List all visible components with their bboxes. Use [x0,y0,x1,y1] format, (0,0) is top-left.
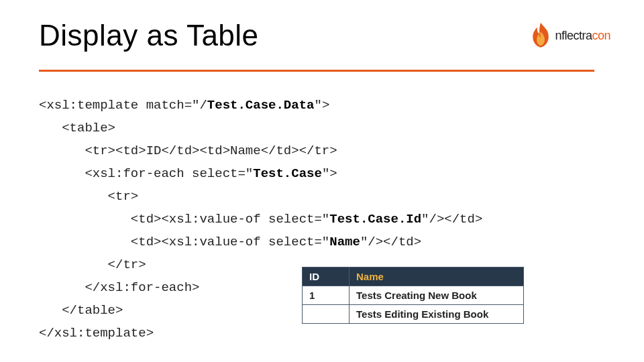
flame-icon [529,21,552,50]
brand-logo: nflectracon [529,21,610,50]
brand-text-dark: nflectra [555,29,592,42]
output-table: ID Name 1 Tests Creating New Book Tests … [302,267,524,324]
table-cell-name: Tests Editing Existing Book [350,305,524,324]
title-underline [39,70,594,72]
brand-text: nflectracon [555,29,610,43]
table-cell-id: 1 [303,286,350,305]
page-title: Display as Table [39,19,259,52]
table-cell-name: Tests Creating New Book [350,286,524,305]
table-header-row: ID Name [303,267,524,286]
brand-text-orange: con [592,29,610,42]
table-header-name: Name [350,267,524,286]
table-row: Tests Editing Existing Book [303,305,524,324]
table-cell-id [303,305,350,324]
table-header-id: ID [303,267,350,286]
table-row: 1 Tests Creating New Book [303,286,524,305]
